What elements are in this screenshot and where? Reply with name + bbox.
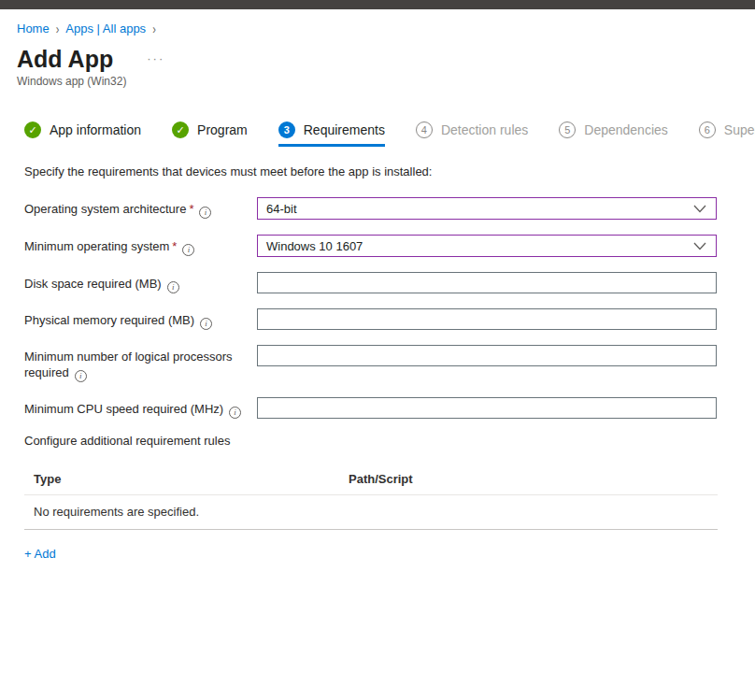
step-dependencies[interactable]: 5 Dependencies — [559, 121, 668, 147]
step-supersedence[interactable]: 6 Supersedence — [699, 121, 755, 147]
page-subtitle: Windows app (Win32) — [17, 75, 755, 88]
info-icon[interactable]: i — [229, 407, 241, 419]
field-label-text: Operating system architecture — [24, 202, 186, 216]
form-intro-text: Specify the requirements that devices mu… — [24, 164, 755, 179]
field-label-text: Minimum CPU speed required (MHz) — [24, 402, 223, 416]
disk-space-required-input[interactable] — [257, 272, 717, 293]
form-row-disk-space: Disk space required (MB)i — [24, 272, 755, 293]
chevron-down-icon — [693, 242, 706, 250]
field-label: Minimum number of logical processors req… — [24, 345, 257, 382]
minimum-operating-system-dropdown[interactable]: Windows 10 1607 — [257, 235, 717, 257]
column-header-path-script: Path/Script — [349, 472, 718, 486]
wizard-step-nav: ✓ App information ✓ Program 3 Requiremen… — [24, 121, 755, 147]
field-label-text: Disk space required (MB) — [24, 277, 162, 291]
step-label: Detection rules — [441, 122, 528, 137]
info-icon[interactable]: i — [200, 318, 212, 330]
required-marker: * — [172, 239, 177, 253]
form-row-minimum-os: Minimum operating system*i Windows 10 16… — [24, 235, 755, 257]
step-requirements[interactable]: 3 Requirements — [278, 121, 385, 147]
info-icon[interactable]: i — [167, 281, 179, 293]
field-label: Minimum operating system*i — [24, 235, 257, 257]
step-number-icon: 4 — [416, 121, 433, 138]
table-empty-message: No requirements are specified. — [24, 495, 718, 530]
field-label: Physical memory required (MB)i — [24, 308, 257, 330]
step-app-information[interactable]: ✓ App information — [24, 121, 141, 147]
form-row-os-architecture: Operating system architecture*i 64-bit — [24, 197, 755, 220]
dropdown-selected-value: Windows 10 1607 — [266, 239, 363, 253]
info-icon[interactable]: i — [75, 370, 87, 382]
field-label: Disk space required (MB)i — [24, 272, 257, 293]
additional-rules-section-label: Configure additional requirement rules — [24, 434, 755, 448]
step-label: Dependencies — [584, 122, 668, 137]
step-label: Requirements — [304, 122, 385, 137]
check-circle-icon: ✓ — [24, 121, 41, 138]
form-row-logical-processors: Minimum number of logical processors req… — [24, 345, 755, 382]
add-requirement-rule-button[interactable]: + Add — [24, 547, 56, 561]
field-label-text: Minimum operating system — [24, 239, 169, 253]
column-header-type: Type — [24, 472, 349, 486]
cpu-speed-required-input[interactable] — [257, 397, 717, 419]
required-marker: * — [189, 202, 193, 216]
requirement-rules-table: Type Path/Script No requirements are spe… — [24, 472, 718, 530]
info-icon[interactable]: i — [182, 244, 194, 256]
step-label: Program — [197, 122, 248, 137]
check-circle-icon: ✓ — [172, 121, 189, 138]
breadcrumb-all-apps-link[interactable]: Apps | All apps — [65, 21, 146, 36]
step-number-icon: 5 — [559, 121, 576, 138]
chevron-down-icon — [693, 205, 706, 213]
page-header: Add App ··· — [17, 46, 755, 72]
step-number-icon: 3 — [278, 121, 295, 138]
field-label-text: Minimum number of logical processors req… — [24, 350, 233, 379]
dropdown-selected-value: 64-bit — [266, 202, 297, 216]
field-label: Minimum CPU speed required (MHz)i — [24, 397, 257, 419]
page-title: Add App — [17, 46, 113, 72]
more-options-button[interactable]: ··· — [147, 54, 164, 64]
info-icon[interactable]: i — [199, 207, 211, 219]
form-row-physical-memory: Physical memory required (MB)i — [24, 308, 755, 330]
step-label: Supersedence — [724, 122, 755, 137]
portal-top-bar — [0, 0, 755, 9]
field-label-text: Physical memory required (MB) — [24, 313, 194, 327]
requirements-form: Specify the requirements that devices mu… — [24, 164, 755, 562]
table-header-row: Type Path/Script — [24, 472, 718, 495]
breadcrumb: Home › Apps | All apps › — [17, 21, 755, 36]
operating-system-architecture-dropdown[interactable]: 64-bit — [257, 197, 717, 220]
breadcrumb-home-link[interactable]: Home — [17, 21, 50, 36]
form-row-cpu-speed: Minimum CPU speed required (MHz)i — [24, 397, 755, 419]
step-number-icon: 6 — [699, 121, 716, 138]
physical-memory-required-input[interactable] — [257, 308, 717, 330]
chevron-right-icon: › — [56, 21, 60, 36]
logical-processors-required-input[interactable] — [257, 345, 717, 366]
step-label: App information — [50, 122, 141, 137]
step-detection-rules[interactable]: 4 Detection rules — [416, 121, 528, 147]
field-label: Operating system architecture*i — [24, 197, 257, 220]
step-program[interactable]: ✓ Program — [172, 121, 248, 147]
add-app-page: Home › Apps | All apps › Add App ··· Win… — [0, 21, 755, 562]
chevron-right-icon: › — [152, 21, 156, 36]
